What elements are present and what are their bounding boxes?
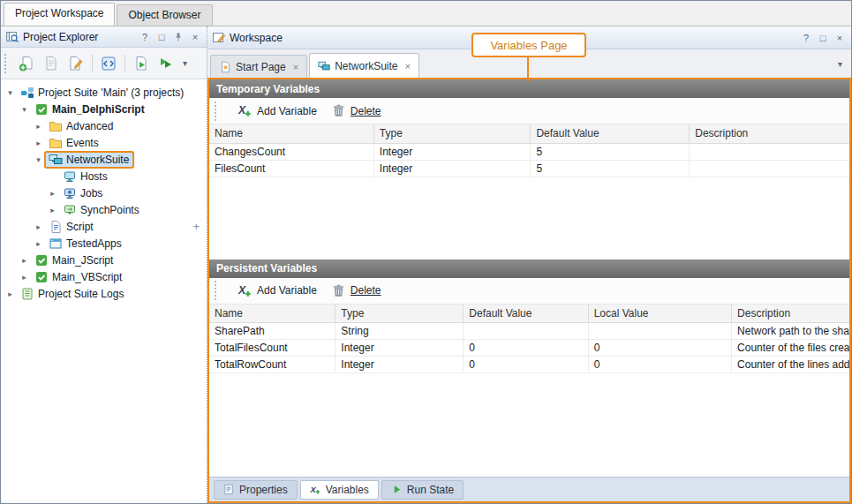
collapse-arrow-icon[interactable]: ▾ (33, 155, 44, 164)
column-header-default-value[interactable]: Default Value (464, 305, 588, 323)
help-button[interactable]: ? (799, 31, 813, 45)
expand-arrow-icon[interactable]: ▸ (33, 122, 44, 131)
project-explorer-panel: Project Explorer ?□× ▾ ▾Project Suite 'M… (1, 26, 207, 503)
tree-item-advanced[interactable]: ▸Advanced (1, 117, 207, 134)
close-tab-icon[interactable]: × (405, 61, 411, 71)
expand-arrow-icon[interactable]: ▸ (47, 206, 58, 214)
column-header-description[interactable]: Description (690, 124, 849, 143)
tree-item-events[interactable]: ▸Events (1, 134, 207, 151)
add-persistent-variable-button[interactable]: X Add Variable (238, 283, 317, 298)
cell: 5 (531, 160, 690, 177)
close-tab-icon[interactable]: × (293, 62, 298, 72)
tree-item-label: Main_DelphiScript (51, 103, 146, 116)
tree-item-hosts[interactable]: Hosts (1, 168, 207, 184)
column-header-name[interactable]: Name (209, 305, 336, 323)
add-variable-label: Add Variable (257, 284, 317, 297)
code-explorer-button[interactable] (97, 52, 120, 75)
window-tab-object-browser[interactable]: Object Browser (117, 4, 212, 26)
cell: 5 (531, 143, 690, 160)
table-row[interactable]: FilesCountInteger5 (209, 160, 849, 177)
tree-item-project-suite-main-3-projects[interactable]: ▾Project Suite 'Main' (3 projects) (1, 84, 207, 101)
tree-item-label: Script (65, 221, 94, 233)
table-row[interactable]: TotalFilesCountInteger00Counter of the f… (209, 340, 849, 357)
testedapps-icon (49, 237, 63, 251)
variables-page: Temporary Variables X Add Variable Delet… (207, 78, 851, 503)
add-inline-button[interactable]: + (192, 220, 200, 233)
collapse-arrow-icon[interactable]: ▾ (4, 88, 16, 97)
page-tab-run-state[interactable]: Run State (381, 480, 464, 500)
temporary-variables-empty-area (209, 177, 849, 260)
table-row[interactable]: SharePathString Network path to the shar… (209, 323, 849, 340)
properties-icon (223, 484, 235, 495)
column-header-default-value[interactable]: Default Value (531, 124, 690, 143)
cell (690, 160, 849, 177)
add-page-button[interactable] (40, 52, 63, 75)
tree-node: Hosts (58, 168, 113, 185)
doc-tab-start-page[interactable]: Start Page× (210, 55, 307, 78)
toolbar-grip[interactable] (4, 54, 10, 73)
doc-tab-networksuite[interactable]: NetworkSuite× (309, 53, 419, 78)
tree-item-networksuite[interactable]: ▾NetworkSuite (1, 151, 207, 168)
add-variable-label: Add Variable (257, 105, 317, 117)
tree-item-script[interactable]: ▸Script+ (1, 218, 207, 235)
svg-text:X: X (310, 485, 316, 494)
jobs-icon (63, 186, 77, 200)
add-item-icon (18, 55, 35, 72)
cell: 0 (464, 357, 588, 373)
expand-arrow-icon[interactable]: ▸ (47, 189, 58, 198)
float-button[interactable]: □ (816, 31, 830, 45)
cell: SharePath (209, 323, 336, 340)
page-tab-variables[interactable]: XVariables (300, 480, 379, 500)
project-explorer-header: Project Explorer ?□× (1, 26, 207, 48)
add-temporary-variable-button[interactable]: X Add Variable (238, 103, 317, 118)
pin-button[interactable] (171, 30, 185, 44)
temporary-variables-toolbar: X Add Variable Delete (209, 98, 849, 124)
folder-icon (49, 136, 63, 150)
collapse-arrow-icon[interactable]: ▾ (19, 105, 30, 114)
column-header-local-value[interactable]: Local Value (588, 305, 731, 323)
delete-temporary-variable-button[interactable]: Delete (331, 103, 381, 118)
run-suite-button[interactable] (155, 52, 177, 75)
help-button[interactable]: ? (138, 30, 152, 44)
expand-arrow-icon[interactable]: ▸ (33, 239, 44, 248)
table-row[interactable]: ChangesCountInteger5 (209, 143, 849, 160)
toolbar-grip[interactable] (215, 102, 220, 121)
tree-item-project-suite-logs[interactable]: ▸Project Suite Logs (1, 285, 207, 302)
tree-item-synchpoints[interactable]: ▸SynchPoints (1, 201, 207, 218)
table-row[interactable]: TotalRowCountInteger00Counter of the lin… (209, 357, 849, 373)
cell: TotalRowCount (209, 357, 336, 373)
tree-item-jobs[interactable]: ▸Jobs (1, 184, 207, 201)
toolbar-grip[interactable] (215, 281, 220, 300)
tab-list-dropdown-icon[interactable]: ▾ (838, 59, 848, 69)
delete-icon (331, 283, 346, 298)
tree-item-main-delphiscript[interactable]: ▾Main_DelphiScript (1, 101, 207, 117)
project-icon (34, 270, 49, 284)
project-icon (34, 253, 49, 267)
column-header-name[interactable]: Name (209, 124, 373, 143)
tree-item-label: Project Suite Logs (37, 288, 124, 300)
edit-page-button[interactable] (64, 52, 87, 75)
column-header-type[interactable]: Type (336, 305, 464, 323)
expand-arrow-icon[interactable]: ▸ (33, 222, 44, 231)
close-button[interactable]: × (833, 31, 847, 45)
expand-arrow-icon[interactable]: ▸ (19, 273, 30, 282)
persistent-variables-table: NameTypeDefault ValueLocal ValueDescript… (209, 305, 849, 374)
column-header-type[interactable]: Type (373, 124, 531, 143)
tree-item-main-jscript[interactable]: ▸Main_JScript (1, 252, 207, 268)
expand-arrow-icon[interactable]: ▸ (33, 139, 44, 147)
toolbar-dropdown-icon[interactable]: ▾ (179, 58, 191, 68)
window-tab-project-workspace[interactable]: Project Workspace (4, 3, 115, 26)
workspace-panel: Workspace ?□× Start Page×NetworkSuite×▾ … (207, 26, 851, 503)
run-project-button[interactable] (130, 52, 153, 75)
tree-item-main-vbscript[interactable]: ▸Main_VBScript (1, 268, 207, 285)
expand-arrow-icon[interactable]: ▸ (19, 256, 30, 265)
tree-item-testedapps[interactable]: ▸TestedApps (1, 235, 207, 252)
callout-variables-page: Variables Page (471, 33, 586, 57)
float-button[interactable]: □ (155, 30, 169, 44)
add-item-button[interactable] (15, 52, 38, 75)
column-header-description[interactable]: Description (732, 305, 849, 323)
page-tab-properties[interactable]: Properties (214, 480, 298, 500)
delete-persistent-variable-button[interactable]: Delete (331, 283, 381, 298)
close-button[interactable]: × (188, 30, 202, 44)
expand-arrow-icon[interactable]: ▸ (4, 290, 16, 298)
